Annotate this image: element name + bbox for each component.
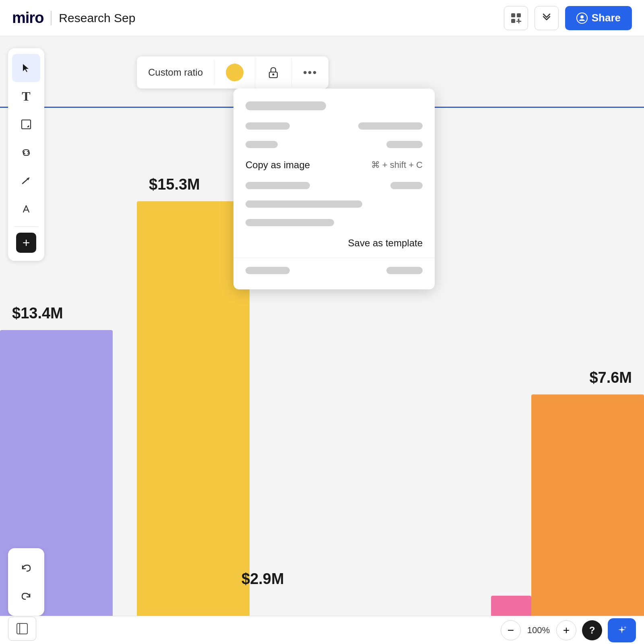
- canvas: T: [0, 36, 644, 644]
- cm-item-bottom[interactable]: [233, 261, 435, 280]
- add-tool-button[interactable]: +: [16, 233, 36, 253]
- lock-icon: [266, 66, 280, 79]
- plus-icon: +: [23, 236, 30, 249]
- toolbar-divider: [14, 226, 38, 227]
- zoom-in-icon: +: [563, 625, 570, 636]
- font-icon: [20, 203, 32, 215]
- lock-button[interactable]: [255, 58, 292, 87]
- bar1-label: $13.4M: [12, 305, 63, 322]
- cm-bar-5: [246, 200, 362, 208]
- panel-toggle-button[interactable]: [8, 617, 36, 641]
- color-circle: [226, 64, 244, 81]
- bar2-label: $15.3M: [149, 176, 200, 193]
- board-title[interactable]: Research Sep: [59, 11, 135, 25]
- cm-item-2[interactable]: [233, 135, 435, 154]
- redo-icon: [20, 590, 32, 602]
- link-icon: [20, 147, 32, 159]
- note-icon: [20, 118, 32, 130]
- bar-orange: [531, 394, 644, 644]
- undo-icon: [20, 562, 32, 574]
- cm-item-5[interactable]: [233, 195, 435, 213]
- zoom-in-button[interactable]: +: [556, 620, 576, 640]
- cm-bar-6: [246, 219, 334, 226]
- more-options-button[interactable]: •••: [292, 59, 328, 86]
- cursor-tool[interactable]: [12, 54, 40, 82]
- bar-yellow: [137, 201, 250, 644]
- copy-as-image-button[interactable]: Copy as image ⌘ + shift + C: [233, 154, 435, 176]
- custom-ratio-label: Custom ratio: [148, 67, 203, 78]
- apps-icon: [510, 12, 522, 24]
- cm-bar-2-right: [386, 141, 423, 148]
- cm-item-1[interactable]: [233, 117, 435, 135]
- help-button[interactable]: ?: [582, 620, 602, 640]
- cm-bar-bottom-right: [386, 267, 423, 274]
- svg-rect-4: [22, 120, 31, 129]
- custom-ratio-button[interactable]: Custom ratio: [137, 60, 215, 85]
- text-icon: T: [22, 89, 30, 104]
- line-tool[interactable]: [12, 167, 40, 195]
- share-label: Share: [592, 12, 621, 24]
- logo-area: miro Research Sep: [12, 9, 135, 27]
- zoom-level: 100%: [526, 625, 551, 636]
- svg-rect-8: [17, 623, 27, 634]
- svg-rect-2: [511, 19, 515, 23]
- help-icon: ?: [589, 625, 595, 636]
- save-as-template-label: Save as template: [348, 237, 423, 249]
- copy-as-image-label: Copy as image: [246, 159, 310, 171]
- topbar: miro Research Sep: [0, 0, 644, 36]
- left-toolbar: T: [8, 48, 44, 261]
- link-tool[interactable]: [12, 138, 40, 167]
- save-as-template-button[interactable]: Save as template: [233, 232, 435, 254]
- chevron-down-icon: [541, 12, 552, 24]
- text-tool[interactable]: T: [12, 82, 40, 110]
- cursor-icon: [21, 62, 32, 74]
- magic-button[interactable]: [608, 618, 636, 642]
- bottombar: − 100% + ?: [0, 616, 644, 644]
- cm-bar-2-left: [246, 141, 278, 148]
- svg-point-7: [272, 74, 275, 76]
- zoom-out-icon: −: [508, 625, 514, 636]
- cm-bar-4-left: [246, 182, 310, 189]
- cm-item-4[interactable]: [233, 176, 435, 195]
- cm-item-6[interactable]: [233, 213, 435, 232]
- bar4-label: $7.6M: [589, 369, 632, 386]
- share-button[interactable]: Share: [565, 6, 632, 30]
- cm-bar-1-right: [358, 122, 423, 130]
- logo-divider: [51, 11, 52, 25]
- cm-top-bar-row: [233, 98, 435, 117]
- share-person-icon: [576, 12, 588, 24]
- cm-bar-1-left: [246, 122, 290, 130]
- apps-button[interactable]: [504, 6, 528, 30]
- person-icon: [578, 14, 586, 22]
- topbar-right: Share: [504, 6, 632, 30]
- cm-separator: [233, 258, 435, 258]
- cm-bar-4-right: [390, 182, 423, 189]
- chevron-button[interactable]: [535, 6, 559, 30]
- svg-point-3: [580, 15, 584, 19]
- magic-icon: [616, 624, 628, 636]
- font-tool[interactable]: [12, 195, 40, 223]
- left-toolbar-bottom: [8, 548, 44, 616]
- panel-icon: [15, 622, 29, 636]
- svg-rect-1: [517, 13, 521, 17]
- bar3-label: $2.9M: [242, 570, 284, 588]
- svg-rect-0: [511, 13, 515, 17]
- line-icon: [20, 175, 32, 187]
- more-dots-icon: •••: [303, 66, 317, 79]
- context-toolbar: Custom ratio •••: [137, 56, 328, 89]
- cm-bar-top: [246, 101, 326, 110]
- logo: miro: [12, 9, 43, 27]
- zoom-out-button[interactable]: −: [501, 620, 521, 640]
- redo-button[interactable]: [12, 582, 40, 610]
- cm-bar-bottom-left: [246, 267, 290, 274]
- context-menu: Copy as image ⌘ + shift + C Save as temp…: [233, 89, 435, 289]
- undo-button[interactable]: [12, 554, 40, 582]
- note-tool[interactable]: [12, 110, 40, 138]
- color-picker-button[interactable]: [215, 56, 255, 89]
- copy-as-image-shortcut: ⌘ + shift + C: [371, 160, 423, 170]
